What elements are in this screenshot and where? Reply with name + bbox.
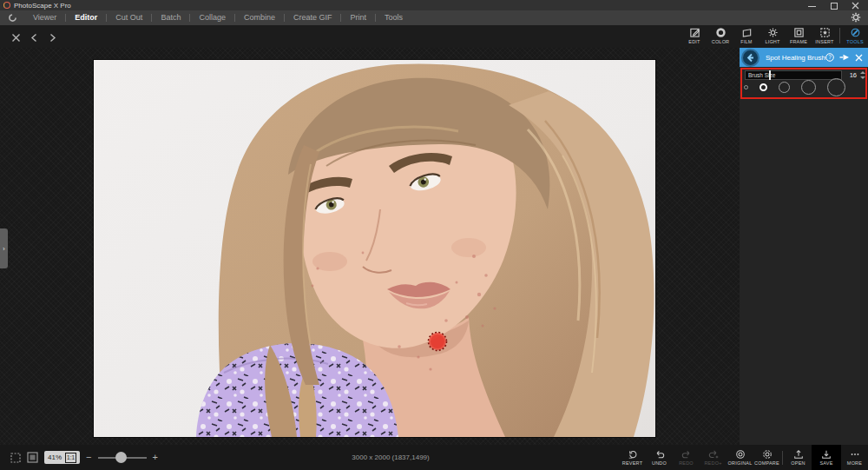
photoscape-swirl-icon bbox=[8, 13, 17, 23]
tab-frame[interactable]: FRAME bbox=[786, 25, 812, 44]
zoom-percentage[interactable]: 41% bbox=[48, 453, 62, 461]
previous-photo-icon[interactable] bbox=[29, 31, 40, 43]
chevron-right-icon: › bbox=[3, 246, 4, 252]
window-controls bbox=[808, 2, 859, 10]
revert-button[interactable]: REVERT bbox=[619, 445, 646, 470]
zoom-controls: 41% 1:1 − + bbox=[10, 445, 158, 470]
toolbar-divider bbox=[839, 28, 840, 43]
original-button[interactable]: ORIGINAL bbox=[727, 445, 753, 470]
zoom-chip: 41% 1:1 bbox=[44, 451, 80, 464]
close-panel-icon[interactable] bbox=[855, 54, 863, 62]
main-menubar: Viewer Editor Cut Out Batch Collage Comb… bbox=[0, 10, 868, 25]
zoom-in-button[interactable]: + bbox=[153, 453, 158, 462]
menu-collage[interactable]: Collage bbox=[190, 10, 234, 25]
panel-header-icons: ? bbox=[825, 53, 863, 62]
close-photo-icon[interactable] bbox=[10, 31, 22, 43]
editor-toolbar: EDIT COLOR FILM LIGHT FRAME bbox=[0, 25, 868, 48]
menu-viewer[interactable]: Viewer bbox=[24, 10, 65, 25]
sidebar-expand-tab[interactable]: › bbox=[0, 228, 8, 268]
svg-text:?: ? bbox=[828, 54, 832, 60]
panel-title: Spot Healing Brush bbox=[766, 54, 825, 62]
tab-insert[interactable]: INSERT bbox=[812, 25, 838, 44]
image-dimensions-readout: 3000 x 2000 (1837,1499) bbox=[295, 445, 486, 470]
tab-film[interactable]: FILM bbox=[733, 25, 760, 44]
selection-crop-icon[interactable] bbox=[10, 453, 21, 463]
menu-tools[interactable]: Tools bbox=[376, 10, 411, 25]
zoom-out-button[interactable]: − bbox=[86, 453, 91, 462]
tab-light[interactable]: LIGHT bbox=[760, 25, 786, 44]
menu-editor[interactable]: Editor bbox=[66, 10, 106, 25]
photo-canvas[interactable] bbox=[94, 60, 655, 437]
open-button[interactable]: OPEN bbox=[785, 445, 812, 470]
editor-tab-group: EDIT COLOR FILM LIGHT FRAME bbox=[681, 25, 868, 48]
panel-back-button[interactable] bbox=[741, 49, 760, 67]
menu-print[interactable]: Print bbox=[341, 10, 375, 25]
redo-plus-button[interactable]: REDO+ bbox=[700, 445, 727, 470]
toolbar-left-group bbox=[10, 31, 58, 43]
statusbar-actions: REVERT UNDO REDO REDO+ ORIGINAL COMPARE bbox=[619, 445, 868, 470]
fit-frame-icon[interactable] bbox=[27, 452, 38, 463]
tab-color[interactable]: COLOR bbox=[707, 25, 733, 44]
menu-cut-out[interactable]: Cut Out bbox=[107, 10, 151, 25]
actual-size-button[interactable]: 1:1 bbox=[65, 453, 76, 463]
app-logo-icon bbox=[3, 2, 10, 9]
menu-batch[interactable]: Batch bbox=[152, 10, 189, 25]
save-button[interactable]: SAVE bbox=[812, 445, 841, 470]
titlebar: PhotoScape X Pro bbox=[0, 0, 868, 10]
spot-healing-panel: Spot Healing Brush ? bbox=[740, 48, 868, 445]
menu-combine[interactable]: Combine bbox=[235, 10, 284, 25]
window-title: PhotoScape X Pro bbox=[14, 2, 71, 10]
help-icon[interactable]: ? bbox=[825, 53, 834, 62]
undo-button[interactable]: UNDO bbox=[646, 445, 673, 470]
close-window-button[interactable] bbox=[852, 2, 859, 10]
redo-button[interactable]: REDO bbox=[673, 445, 700, 470]
statusbar: 41% 1:1 − + 3000 x 2000 (1837,1499) REVE… bbox=[0, 445, 868, 470]
menu-create-gif[interactable]: Create GIF bbox=[285, 10, 341, 25]
compare-button[interactable]: COMPARE bbox=[753, 445, 780, 470]
next-photo-icon[interactable] bbox=[47, 31, 58, 43]
minimize-button[interactable] bbox=[808, 2, 816, 10]
zoom-slider[interactable] bbox=[98, 452, 147, 463]
maximize-button[interactable] bbox=[830, 2, 838, 10]
pin-icon[interactable] bbox=[839, 53, 850, 62]
photoscape-window: PhotoScape X Pro Viewer Editor Cut Out B… bbox=[0, 0, 868, 470]
zoom-slider-handle[interactable] bbox=[115, 452, 127, 463]
highlight-rectangle bbox=[740, 68, 867, 99]
portrait-photo bbox=[94, 60, 655, 437]
settings-gear-icon[interactable] bbox=[851, 12, 861, 24]
tab-tools[interactable]: TOOLS bbox=[842, 25, 868, 44]
tab-edit[interactable]: EDIT bbox=[681, 25, 707, 44]
statusbar-divider bbox=[782, 451, 783, 465]
more-button[interactable]: MORE bbox=[841, 445, 868, 470]
